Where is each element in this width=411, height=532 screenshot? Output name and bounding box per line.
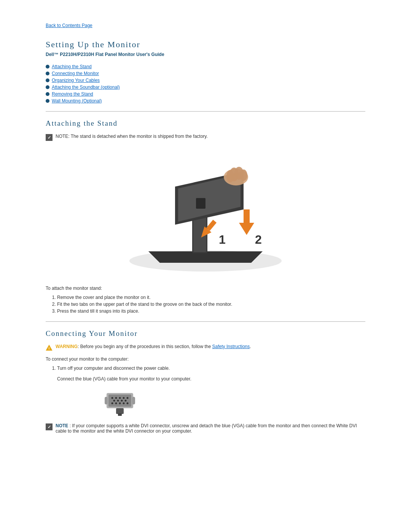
toc-item-organizing: Organizing Your Cables — [46, 78, 365, 83]
step1-text: Turn off your computer and disconnect th… — [57, 366, 170, 371]
svg-point-29 — [117, 400, 119, 402]
svg-point-24 — [115, 397, 117, 399]
back-to-contents-link[interactable]: Back to Contents Page — [46, 23, 365, 28]
safety-instructions-link[interactable]: Safety Instructions — [212, 344, 250, 349]
step1b-text: Connect the blue (VGA) cable from your m… — [57, 376, 191, 382]
toc-link-organizing[interactable]: Organizing Your Cables — [52, 78, 100, 83]
svg-point-36 — [127, 403, 129, 404]
divider-1 — [46, 111, 365, 112]
svg-rect-18 — [196, 198, 206, 209]
note-box-stand: ✓ NOTE: The stand is detached when the m… — [46, 134, 365, 141]
bullet-icon — [46, 78, 49, 82]
svg-marker-15 — [239, 223, 254, 235]
warning-text: WARNING: Before you begin any of the pro… — [56, 344, 251, 349]
toc-item-attaching: Attaching the Stand — [46, 64, 365, 69]
toc-link-connecting[interactable]: Connecting the Monitor — [52, 71, 99, 76]
svg-point-30 — [121, 400, 123, 402]
note-icon-dvi: ✓ — [46, 423, 53, 430]
toc-link-attaching[interactable]: Attaching the Stand — [52, 64, 92, 69]
note-box-dvi: ✓ NOTE : If your computer supports a whi… — [46, 423, 365, 434]
svg-rect-37 — [105, 397, 108, 404]
attach-step-2: Fit the two tabs on the upper part of th… — [57, 302, 365, 307]
warning-triangle-icon: ! — [46, 344, 53, 351]
toc-list: Attaching the Stand Connecting the Monit… — [46, 64, 365, 104]
toc-item-wall: Wall Mounting (Optional) — [46, 98, 365, 104]
svg-point-31 — [125, 400, 127, 402]
vga-image-area — [103, 385, 365, 417]
attach-steps-list: Remove the cover and place the monitor o… — [46, 295, 365, 314]
svg-point-34 — [119, 403, 121, 404]
toc-link-removing[interactable]: Removing the Stand — [52, 91, 93, 97]
page-title: Setting Up the Monitor — [46, 40, 365, 50]
connect-steps-list: Turn off your computer and disconnect th… — [46, 366, 365, 417]
bullet-icon — [46, 92, 49, 96]
warning-period: . — [250, 344, 251, 349]
svg-point-26 — [123, 397, 125, 399]
note-label-dvi: NOTE — [56, 423, 68, 428]
svg-point-32 — [112, 403, 113, 404]
toc-item-soundbar: Attaching the Soundbar (optional) — [46, 85, 365, 90]
svg-point-11 — [226, 170, 234, 182]
svg-point-28 — [113, 400, 115, 402]
stand-image-area: 1 2 — [46, 149, 365, 278]
svg-rect-38 — [132, 397, 135, 404]
connecting-monitor-title: Connecting Your Monitor — [46, 329, 365, 338]
svg-point-25 — [119, 397, 121, 399]
svg-rect-39 — [116, 408, 124, 414]
attaching-stand-title: Attaching the Stand — [46, 119, 365, 128]
toc-item-connecting: Connecting the Monitor — [46, 71, 365, 76]
subtitle: Dell™ P2210H/P2310H Flat Panel Monitor U… — [46, 52, 365, 57]
connect-instructions-label: To connect your monitor to the computer: — [46, 356, 365, 362]
toc-link-wall[interactable]: Wall Mounting (Optional) — [52, 98, 102, 104]
note-text-stand: NOTE: The stand is detached when the mon… — [56, 134, 208, 139]
warning-box: ! WARNING: Before you begin any of the p… — [46, 344, 365, 351]
svg-rect-40 — [118, 413, 122, 416]
svg-point-27 — [127, 397, 129, 399]
warning-body: : Before you begin any of the procedures… — [78, 344, 212, 349]
attach-instructions-label: To attach the monitor stand: — [46, 286, 365, 291]
divider-2 — [46, 321, 365, 322]
stand-illustration: 1 2 — [126, 149, 285, 278]
toc-link-soundbar[interactable]: Attaching the Soundbar (optional) — [52, 85, 120, 90]
note-body-dvi: : If your computer supports a white DVI … — [56, 423, 357, 434]
bullet-icon — [46, 72, 49, 75]
svg-point-10 — [240, 169, 247, 181]
svg-point-35 — [123, 403, 125, 404]
attach-step-3: Press the stand till it snaps into its p… — [57, 308, 365, 314]
svg-point-33 — [115, 403, 117, 404]
svg-rect-13 — [206, 220, 217, 231]
svg-rect-22 — [108, 395, 131, 407]
svg-text:!: ! — [48, 346, 49, 350]
bullet-icon — [46, 65, 49, 69]
attach-step-1: Remove the cover and place the monitor o… — [57, 295, 365, 300]
connect-step-1: Turn off your computer and disconnect th… — [57, 366, 365, 417]
bullet-icon — [46, 85, 49, 89]
svg-text:1: 1 — [219, 233, 226, 246]
svg-point-23 — [112, 397, 113, 399]
svg-text:2: 2 — [255, 233, 262, 246]
note-icon: ✓ — [46, 134, 53, 141]
note-text-dvi: NOTE : If your computer supports a white… — [56, 423, 365, 434]
bullet-icon — [46, 99, 49, 103]
warning-label: WARNING — [56, 344, 78, 349]
toc-item-removing: Removing the Stand — [46, 91, 365, 97]
svg-rect-16 — [244, 209, 250, 224]
